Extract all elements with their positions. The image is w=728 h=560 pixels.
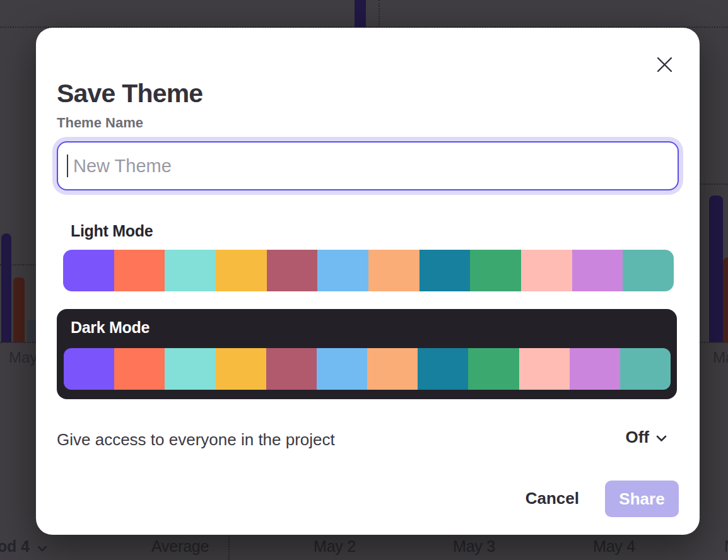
chevron-down-icon: [656, 433, 667, 442]
color-swatch: [570, 348, 620, 390]
save-theme-dialog: Save Theme Theme Name Light Mode Dark Mo…: [36, 28, 700, 535]
bg-axis-label-left: May: [9, 349, 37, 366]
text-caret: [67, 155, 68, 177]
theme-name-input[interactable]: [57, 141, 679, 190]
color-swatch: [165, 250, 216, 291]
light-mode-palette: [63, 250, 674, 291]
bg-column-may3: May 3: [453, 537, 495, 556]
dark-mode-label: Dark Mode: [71, 318, 150, 337]
color-swatch: [165, 348, 215, 390]
color-swatch: [216, 348, 266, 390]
bg-bar-red-right: [723, 257, 728, 342]
color-swatch: [470, 250, 521, 291]
color-swatch: [519, 348, 570, 390]
color-swatch: [623, 250, 674, 291]
screen: May Ma od 4 Average May 2 May 3 May 4 M …: [0, 0, 728, 560]
bg-bar-red-left: [13, 277, 25, 342]
bg-column-may2: May 2: [314, 537, 356, 556]
bg-gridline-vertical-top: [379, 0, 380, 27]
color-swatch: [367, 348, 418, 390]
color-swatch: [63, 250, 114, 291]
bg-bar-top: [355, 0, 366, 27]
bg-bar-gray-left: [27, 320, 37, 342]
dark-mode-palette: [64, 348, 671, 390]
color-swatch: [572, 250, 623, 291]
bg-column-average: Average: [151, 537, 209, 556]
color-swatch: [114, 250, 165, 291]
share-button[interactable]: Share: [605, 481, 679, 517]
period-dropdown-label: od 4: [0, 537, 30, 556]
bg-bar-navy-right: [709, 195, 723, 342]
access-dropdown-value: Off: [625, 428, 649, 447]
cancel-button[interactable]: Cancel: [525, 489, 579, 508]
color-swatch: [418, 348, 468, 390]
access-dropdown[interactable]: Off: [625, 428, 667, 447]
bg-axis-label-right: Ma: [713, 349, 728, 366]
close-button[interactable]: [652, 52, 677, 77]
color-swatch: [216, 250, 267, 291]
bg-column-right-fragment: M: [724, 537, 728, 556]
color-swatch: [267, 250, 318, 291]
color-swatch: [368, 250, 420, 291]
bg-column-may4: May 4: [593, 537, 635, 556]
bg-gridline-vertical-bottom: [228, 533, 230, 560]
color-swatch: [620, 348, 671, 390]
color-swatch: [64, 348, 114, 390]
chevron-down-icon: [37, 537, 47, 556]
bg-bar-navy-left: [1, 233, 11, 342]
color-swatch: [468, 348, 519, 390]
light-mode-label: Light Mode: [71, 222, 153, 240]
color-swatch: [521, 250, 572, 291]
access-toggle-label: Give access to everyone in the project: [57, 430, 335, 450]
color-swatch: [420, 250, 471, 291]
close-icon: [656, 56, 673, 73]
theme-name-label: Theme Name: [57, 115, 143, 131]
period-dropdown[interactable]: od 4: [0, 537, 47, 556]
color-swatch: [266, 348, 317, 390]
color-swatch: [114, 348, 165, 390]
dialog-title: Save Theme: [57, 81, 203, 107]
color-swatch: [317, 348, 367, 390]
dark-mode-card: Dark Mode: [57, 309, 677, 399]
color-swatch: [317, 250, 368, 291]
